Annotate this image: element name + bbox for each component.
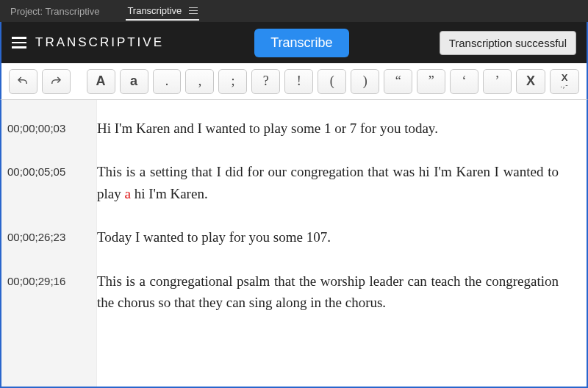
open-double-quote-button[interactable]: “ [384, 69, 412, 94]
segment-text[interactable]: Hi I'm Karen and I wanted to play some 1… [97, 118, 438, 139]
redo-icon [49, 75, 62, 88]
question-button[interactable]: ? [251, 69, 280, 94]
timecode[interactable]: 00;00;29;16 [1, 270, 97, 290]
transcript-editor[interactable]: 00;00;00;03 Hi I'm Karen and I wanted to… [0, 100, 588, 388]
lowercase-button[interactable]: a [120, 69, 148, 94]
segment-text[interactable]: This is a congregational psalm that the … [97, 270, 559, 314]
transcript-segment[interactable]: 00;00;29;16 This is a congregational psa… [116, 270, 559, 314]
clear-word-button[interactable]: X [516, 69, 545, 94]
transcript-segment[interactable]: 00;00;05;05 This is a setting that I did… [116, 161, 559, 204]
tab-menu-icon[interactable] [189, 7, 198, 15]
rparen-button[interactable]: ) [351, 69, 379, 94]
timecode[interactable]: 00;00;26;23 [1, 226, 97, 245]
semicolon-button[interactable]: ; [218, 69, 247, 94]
tab-label: Transcriptive [127, 5, 182, 16]
close-single-quote-button[interactable]: ’ [483, 69, 512, 94]
menu-icon[interactable] [12, 37, 26, 48]
active-tab[interactable]: Transcriptive [126, 1, 199, 21]
undo-button[interactable] [9, 69, 37, 94]
low-confidence-word[interactable]: a [124, 186, 130, 201]
project-label: Project: Transcriptive [10, 6, 99, 17]
clear-punct-button[interactable]: X .,- [550, 69, 579, 94]
period-button[interactable]: . [153, 69, 182, 94]
undo-icon [16, 75, 29, 88]
exclamation-button[interactable]: ! [284, 69, 313, 94]
status-badge: Transcription successful [440, 31, 576, 55]
uppercase-button[interactable]: A [87, 69, 115, 94]
timecode[interactable]: 00;00;05;05 [1, 161, 97, 180]
transcript-segment[interactable]: 00;00;26;23 Today I wanted to play for y… [116, 226, 559, 248]
app-top-bar: Project: Transcriptive Transcriptive [0, 0, 588, 22]
clear-punct-icon: X .,- [560, 74, 568, 87]
transcript-content[interactable]: 00;00;00;03 Hi I'm Karen and I wanted to… [97, 100, 587, 387]
segment-text[interactable]: Today I wanted to play for you some 107. [97, 226, 331, 248]
lparen-button[interactable]: ( [318, 69, 346, 94]
timecode[interactable]: 00;00;00;03 [1, 118, 97, 137]
close-double-quote-button[interactable]: ” [417, 69, 445, 94]
brand-title: TRANSCRIPTIVE [35, 35, 164, 50]
comma-button[interactable]: , [185, 69, 214, 94]
open-single-quote-button[interactable]: ‘ [450, 69, 478, 94]
transcript-segment[interactable]: 00;00;00;03 Hi I'm Karen and I wanted to… [116, 118, 559, 139]
transcribe-button[interactable]: Transcribe [254, 29, 348, 57]
segment-text[interactable]: This is a setting that I did for our con… [97, 161, 559, 204]
redo-button[interactable] [42, 69, 71, 94]
editor-toolbar: A a . , ; ? ! ( ) “ ” ‘ ’ X X .,- [0, 63, 588, 100]
main-header: TRANSCRIPTIVE Transcribe Transcription s… [0, 22, 588, 63]
